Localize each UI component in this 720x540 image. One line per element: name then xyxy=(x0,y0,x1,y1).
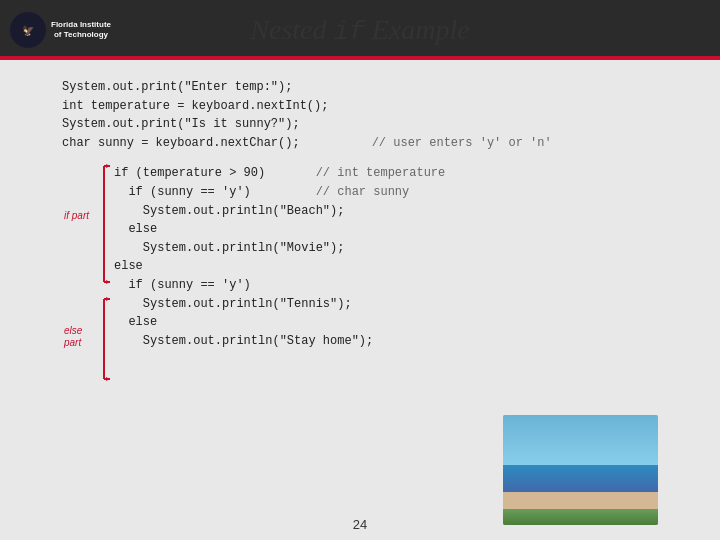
setup-code: System.out.print("Enter temp:"); int tem… xyxy=(62,78,658,152)
svg-text:part: part xyxy=(63,337,82,348)
svg-marker-4 xyxy=(106,280,110,284)
bracket-svg: if part else part xyxy=(62,164,114,384)
if-block-container: if part else part if (temperature > 90) … xyxy=(62,164,658,388)
else-line-3: System.out.println("Tennis"); xyxy=(114,295,658,314)
spacer xyxy=(62,152,658,164)
beach-sand xyxy=(503,492,658,509)
svg-marker-8 xyxy=(106,297,110,301)
else-line-2: if (sunny == 'y') xyxy=(114,276,658,295)
code-line-3: System.out.print("Is it sunny?"); xyxy=(62,115,658,134)
logo-emblem: 🦅 xyxy=(10,12,46,48)
beach-image xyxy=(503,415,658,525)
if-line-3: System.out.println("Beach"); xyxy=(114,202,658,221)
if-line-1: if (temperature > 90) // int temperature xyxy=(114,164,658,183)
code-line-2: int temperature = keyboard.nextInt(); xyxy=(62,97,658,116)
if-line-5: System.out.println("Movie"); xyxy=(114,239,658,258)
if-code-block: if (temperature > 90) // int temperature… xyxy=(114,164,658,350)
svg-text:else: else xyxy=(64,325,83,336)
slide-title: Nested if Example xyxy=(160,14,720,47)
header: 🦅 Florida Institute of Technology Nested… xyxy=(0,0,720,60)
beach-sea xyxy=(503,465,658,493)
if-line-2: if (sunny == 'y') // char sunny xyxy=(114,183,658,202)
code-line-1: System.out.print("Enter temp:"); xyxy=(62,78,658,97)
beach-grass xyxy=(503,509,658,526)
if-line-4: else xyxy=(114,220,658,239)
annotation-area: if part else part xyxy=(62,164,114,388)
svg-text:if part: if part xyxy=(64,210,90,221)
else-line-1: else xyxy=(114,257,658,276)
logo-area: 🦅 Florida Institute of Technology xyxy=(0,12,160,48)
else-line-5: System.out.println("Stay home"); xyxy=(114,332,658,351)
main-content: System.out.print("Enter temp:"); int tem… xyxy=(0,60,720,398)
beach-sky xyxy=(503,415,658,465)
svg-marker-10 xyxy=(106,377,110,381)
page-number: 24 xyxy=(353,517,367,532)
logo-text: Florida Institute of Technology xyxy=(51,20,111,39)
else-line-4: else xyxy=(114,313,658,332)
code-line-4: char sunny = keyboard.nextChar(); // use… xyxy=(62,134,658,153)
svg-marker-2 xyxy=(106,164,110,168)
